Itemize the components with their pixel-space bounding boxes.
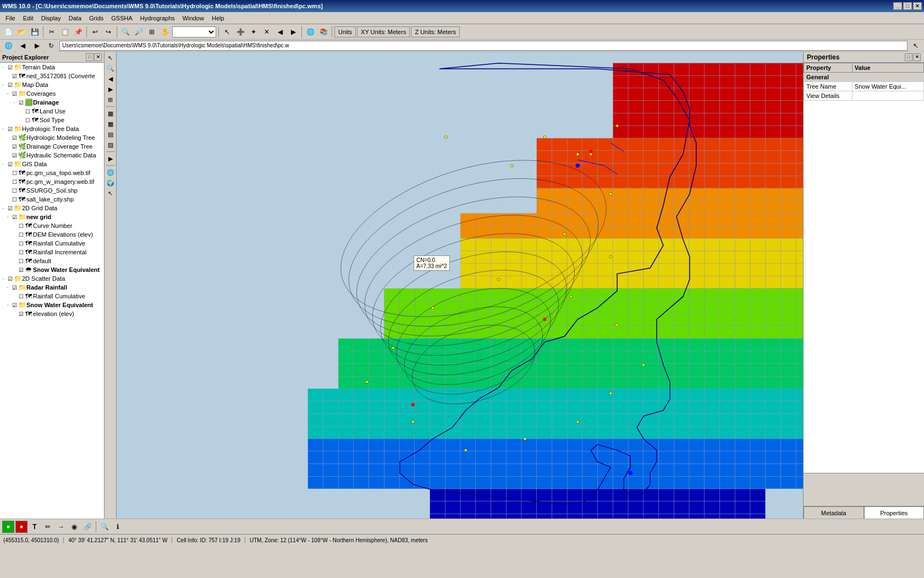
select-button[interactable]: ↖ xyxy=(221,26,233,38)
close-button[interactable]: ✕ xyxy=(913,2,922,10)
menu-grids[interactable]: Grids xyxy=(86,14,107,23)
tree-expand[interactable]: - xyxy=(4,91,11,96)
pan-vtb[interactable]: ▶ xyxy=(106,84,116,94)
back-nav-button[interactable]: ◀ xyxy=(16,40,29,52)
map-type-dropdown[interactable] xyxy=(172,26,216,37)
units-button[interactable]: Units xyxy=(334,26,356,37)
tree-item[interactable]: ☐ 🗺 Rainfall Incremental xyxy=(0,248,104,257)
tree-check[interactable]: ☐ xyxy=(11,188,18,194)
tree-item[interactable]: - ☑ 📁 Map Data xyxy=(0,80,104,89)
menu-gssha[interactable]: GSSHA xyxy=(108,14,136,23)
tree-item[interactable]: - ☑ 📁 Coverages xyxy=(0,89,104,98)
tree-item[interactable]: ☑ 🗺 ned_35172081 (Converte xyxy=(0,72,104,80)
tree-item[interactable]: ☑ 🌨 Snow Water Equivalent xyxy=(0,265,104,274)
menu-data[interactable]: Data xyxy=(65,14,85,23)
tree-item[interactable]: ☐ 🗺 Rainfall Cumulative xyxy=(0,239,104,248)
redo-button[interactable]: ↪ xyxy=(102,26,114,38)
pe-header-controls[interactable]: □ ✕ xyxy=(86,53,102,61)
tree-check[interactable]: ☐ xyxy=(24,117,31,123)
bt-info[interactable]: ℹ xyxy=(112,521,124,533)
tree-check[interactable]: ☑ xyxy=(11,214,18,220)
forward-button[interactable]: ▶ xyxy=(287,26,299,38)
tree-check[interactable]: ☑ xyxy=(7,126,13,132)
menu-edit[interactable]: Edit xyxy=(20,14,37,23)
tree-check[interactable]: ☐ xyxy=(11,197,18,203)
select-vtb[interactable]: ↖ xyxy=(106,53,116,63)
cursor-vtb[interactable]: ↖ xyxy=(106,188,116,198)
bt-link[interactable]: 🔗 xyxy=(81,521,94,533)
tree-check[interactable]: ☑ xyxy=(7,161,13,167)
tab-metadata[interactable]: Metadata xyxy=(804,506,864,519)
tab-properties[interactable]: Properties xyxy=(864,506,925,519)
tree-check[interactable]: ☑ xyxy=(18,267,24,273)
zoom-extent-vtb[interactable]: ⊞ xyxy=(106,95,116,105)
tree-check[interactable]: ☑ xyxy=(11,152,18,159)
menu-hydrographs[interactable]: Hydrographs xyxy=(137,14,178,23)
tree-check[interactable]: ☑ xyxy=(11,302,18,308)
pe-tree[interactable]: - ☑ 📁 Terrain Data ☑ 🗺 ned_35172081 (Con… xyxy=(0,63,104,519)
tree-item[interactable]: - ☑ 📁 2D Grid Data xyxy=(0,204,104,212)
tree-item[interactable]: ☐ 🗺 pc.gm_usa_topo.web.tif xyxy=(0,168,104,177)
maximize-button[interactable]: □ xyxy=(903,2,912,10)
menu-display[interactable]: Display xyxy=(38,14,64,23)
move-button[interactable]: ✦ xyxy=(248,26,260,38)
tree-item[interactable]: ☐ 🗺 pc.gm_w_imagery.web.tif xyxy=(0,177,104,186)
bt-node[interactable]: ◉ xyxy=(68,521,80,533)
bt-green1[interactable]: ■ xyxy=(2,521,14,533)
pan-button[interactable]: ✋ xyxy=(159,26,171,38)
delete-button[interactable]: ✕ xyxy=(261,26,273,38)
address-input[interactable] xyxy=(59,41,908,51)
tree-item[interactable]: - ☑ 📁 GIS Data xyxy=(0,160,104,168)
globe-nav-icon[interactable]: 🌐 xyxy=(2,40,14,52)
tree-item[interactable]: ☐ 🗺 Land Use xyxy=(0,107,104,116)
tree-check[interactable]: ☐ xyxy=(24,108,31,114)
tree-expand[interactable]: - xyxy=(4,285,11,290)
tree-check[interactable]: ☐ xyxy=(18,223,24,229)
grid-vtb[interactable]: ▦ xyxy=(106,108,116,118)
tree-check[interactable]: ☑ xyxy=(11,135,18,141)
globe-icon[interactable]: 🌐 xyxy=(304,26,316,38)
add-button[interactable]: ➕ xyxy=(234,26,246,38)
tree-item[interactable]: ☑ 🌿 Hydrologic Modeling Tree xyxy=(0,133,104,142)
tree-expand[interactable]: - xyxy=(0,276,7,281)
tree-item[interactable]: ☐ 🗺 DEM Elevations (elev) xyxy=(0,230,104,239)
tree-check[interactable]: ☑ xyxy=(11,73,18,79)
map-area[interactable]: CN=0.0 A=7.33 mi^2 xyxy=(117,52,803,519)
zoom-out-vtb[interactable]: ◀ xyxy=(106,74,116,84)
tree-check[interactable]: ☑ xyxy=(11,91,18,97)
tree-item[interactable]: - ☑ 🟩 Drainage xyxy=(0,98,104,107)
refresh-nav-button[interactable]: ↻ xyxy=(45,40,57,52)
tree-item[interactable]: ☐ 🗺 Soil Type xyxy=(0,116,104,124)
bt-text[interactable]: T xyxy=(29,521,41,533)
menu-window[interactable]: Window xyxy=(179,14,207,23)
bt-red[interactable]: ■ xyxy=(15,521,28,533)
tree-check[interactable]: ☐ xyxy=(18,293,24,299)
tree-item[interactable]: ☑ 🌿 Drainage Coverage Tree xyxy=(0,142,104,151)
tree-item[interactable]: - ☑ 📁 2D Scatter Data xyxy=(0,274,104,283)
menu-help[interactable]: Help xyxy=(208,14,228,23)
zoom-extent-button[interactable]: ⊞ xyxy=(146,26,158,38)
tree-check[interactable]: ☑ xyxy=(7,82,13,88)
back-button[interactable]: ◀ xyxy=(274,26,286,38)
grid3-vtb[interactable]: ▤ xyxy=(106,129,116,139)
tree-item[interactable]: - ☑ 📁 new grid xyxy=(0,212,104,221)
globe-vtb[interactable]: 🌐 xyxy=(106,167,116,177)
zoom-in-vtb[interactable]: 🔍 xyxy=(106,63,116,73)
paste-button[interactable]: 📌 xyxy=(72,26,84,38)
bt-arrow[interactable]: → xyxy=(55,521,67,533)
open-button[interactable]: 📂 xyxy=(15,26,28,38)
tree-check[interactable]: ☐ xyxy=(18,258,24,264)
tree-item[interactable]: - ☑ 📁 Terrain Data xyxy=(0,63,104,72)
pp-header-controls[interactable]: □ ✕ xyxy=(905,53,921,61)
tree-expand[interactable]: - xyxy=(4,214,11,220)
tree-item[interactable]: - ☑ 📁 Snow Water Equivalent xyxy=(0,301,104,309)
tree-check[interactable]: ☑ xyxy=(7,276,13,282)
tree-item[interactable]: ☑ 🌿 Hydraulic Schematic Data xyxy=(0,151,104,160)
tree-check[interactable]: ☑ xyxy=(11,285,18,291)
menu-file[interactable]: File xyxy=(2,14,19,23)
pp-close-button[interactable]: ✕ xyxy=(913,53,921,61)
bt-draw[interactable]: ✏ xyxy=(42,521,54,533)
grid2-vtb[interactable]: ▩ xyxy=(106,119,116,129)
tree-check[interactable]: ☑ xyxy=(11,144,18,150)
tree-check[interactable]: ☑ xyxy=(7,205,13,211)
